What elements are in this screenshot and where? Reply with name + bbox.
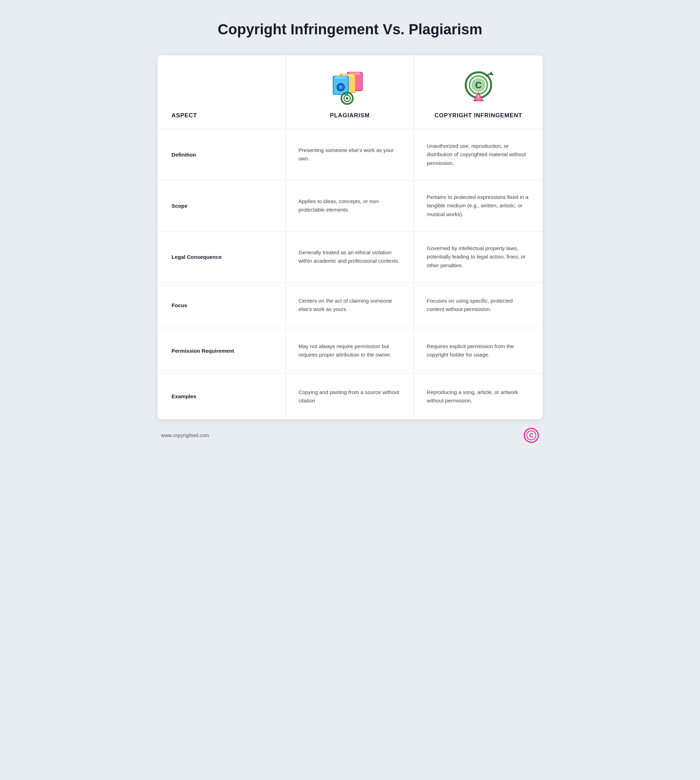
row-6-plagiarism: Copying and pasting from a source withou…: [286, 374, 414, 419]
header-aspect: ASPECT: [158, 55, 286, 129]
row-4-aspect: Focus: [158, 283, 286, 328]
row-2-copyright: Pertains to protected expressions fixed …: [414, 180, 542, 232]
row-5-copyright: Requires explicit permission from the co…: [414, 328, 542, 374]
svg-text:!: !: [477, 94, 479, 100]
page-title: Copyright Infringement Vs. Plagiarism: [218, 21, 482, 38]
row-4-plagiarism: Centers on the act of claiming someone e…: [286, 283, 414, 328]
row-6-aspect: Examples: [158, 374, 286, 419]
comparison-table: ASPECT: [158, 55, 542, 419]
svg-text:C: C: [529, 433, 533, 439]
footer: www.copyrighted.com C: [158, 419, 542, 443]
svg-rect-5: [335, 76, 347, 79]
row-5-aspect: Permission Requirement: [158, 328, 286, 374]
row-5-plagiarism: May not always require permission but re…: [286, 328, 414, 374]
header-plagiarism: PLAGIARISM: [286, 55, 414, 129]
row-4-copyright: Focuses on using specific, protected con…: [414, 283, 542, 328]
plagiarism-label: PLAGIARISM: [330, 112, 370, 119]
svg-point-7: [339, 85, 343, 89]
copyright-label: COPYRIGHT INFRINGEMENT: [434, 112, 522, 119]
copyright-infringement-icon: C !: [457, 68, 500, 107]
row-3-plagiarism: Generally treated as an ethical violatio…: [286, 232, 414, 283]
svg-point-10: [346, 97, 348, 99]
row-2-plagiarism: Applies to ideas, concepts, or non-prote…: [286, 180, 414, 232]
row-3-aspect: Legal Consequence: [158, 232, 286, 283]
row-1-copyright: Unauthorized use, reproduction, or distr…: [414, 129, 542, 180]
footer-url: www.copyrighted.com: [161, 433, 209, 438]
row-1-plagiarism: Presenting someone else's work as your o…: [286, 129, 414, 180]
plagiarism-icon: [328, 68, 371, 107]
row-2-aspect: Scope: [158, 180, 286, 232]
table-grid: ASPECT: [158, 55, 542, 419]
aspect-label: ASPECT: [172, 112, 197, 119]
row-6-copyright: Reproducing a song, article, or artwork …: [414, 374, 542, 419]
svg-marker-16: [490, 72, 493, 76]
copyrighted-logo: C: [523, 428, 539, 443]
header-copyright: C ! COPYRIGHT INFRINGEMENT: [414, 55, 542, 129]
svg-text:C: C: [475, 80, 481, 90]
row-3-copyright: Governed by intellectual property laws, …: [414, 232, 542, 283]
row-1-aspect: Definition: [158, 129, 286, 180]
